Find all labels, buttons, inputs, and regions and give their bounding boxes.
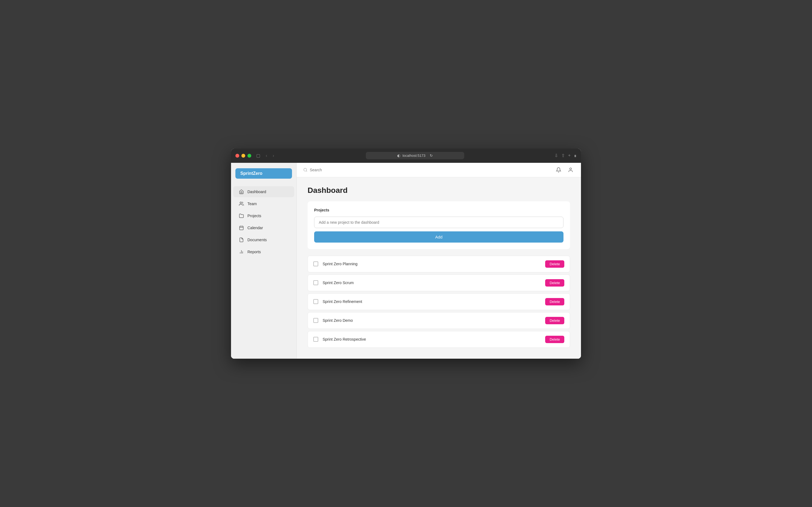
browser-nav-controls: ▢ ‹ › (255, 153, 276, 159)
page-title: Dashboard (308, 186, 570, 195)
address-bar-wrapper: ◐ localhost:5173 ↻ (279, 152, 551, 159)
sidebar-item-label: Calendar (247, 226, 263, 230)
delete-project-button-1[interactable]: Delete (545, 260, 564, 268)
delete-project-button-5[interactable]: Delete (545, 336, 564, 343)
browser-chrome: ▢ ‹ › ◐ localhost:5173 ↻ ⇩ ⇧ + ∎ (231, 149, 581, 163)
project-checkbox-1[interactable] (313, 262, 318, 266)
traffic-lights (236, 154, 251, 158)
folder-icon (239, 213, 244, 219)
sidebar-item-label: Team (247, 202, 257, 206)
sidebar-item-label: Reports (247, 250, 261, 254)
sidebar-item-dashboard[interactable]: Dashboard (233, 186, 294, 197)
nav-forward-icon[interactable]: › (271, 153, 275, 159)
table-row: Sprint Zero Planning Delete (308, 256, 570, 272)
notification-bell-icon[interactable] (555, 166, 562, 174)
browser-window: ▢ ‹ › ◐ localhost:5173 ↻ ⇩ ⇧ + ∎ SprintZ… (231, 149, 581, 359)
delete-project-button-3[interactable]: Delete (545, 298, 564, 305)
project-checkbox-4[interactable] (313, 318, 318, 323)
url-text: localhost:5173 (402, 154, 425, 158)
sidebar-item-label: Documents (247, 238, 267, 242)
search-icon (303, 168, 308, 172)
sidebar-item-reports[interactable]: Reports (233, 246, 294, 257)
table-row: Sprint Zero Retrospective Delete (308, 331, 570, 348)
project-list: Sprint Zero Planning Delete Sprint Zero … (308, 256, 570, 350)
reload-icon[interactable]: ↻ (430, 154, 433, 158)
project-name: Sprint Zero Planning (322, 262, 545, 266)
sidebar-item-team[interactable]: Team (233, 198, 294, 209)
sidebar-toggle-icon[interactable]: ▢ (255, 153, 262, 159)
home-icon (239, 189, 244, 194)
table-row: Sprint Zero Refinement Delete (308, 293, 570, 310)
minimize-button[interactable] (241, 154, 245, 158)
search-input[interactable] (310, 168, 551, 172)
share-icon[interactable]: ⇧ (561, 153, 565, 158)
new-tab-icon[interactable]: + (568, 153, 571, 158)
calendar-icon (239, 225, 244, 231)
table-row: Sprint Zero Scrum Delete (308, 275, 570, 291)
projects-add-section: Projects Add (308, 201, 570, 249)
browser-actions: ⇩ ⇧ + ∎ (554, 153, 576, 158)
sidebar-item-projects[interactable]: Projects (233, 210, 294, 221)
delete-project-button-2[interactable]: Delete (545, 279, 564, 287)
svg-point-10 (570, 168, 572, 170)
maximize-button[interactable] (247, 154, 251, 158)
sidebar-item-label: Dashboard (247, 189, 266, 194)
project-checkbox-5[interactable] (313, 337, 318, 342)
project-name: Sprint Zero Demo (322, 318, 545, 323)
project-checkbox-2[interactable] (313, 280, 318, 285)
sidebar-item-calendar[interactable]: Calendar (233, 222, 294, 233)
svg-rect-1 (240, 226, 243, 230)
logo-button[interactable]: SprintZero (236, 168, 292, 179)
sidebar: SprintZero Dashboard (231, 163, 297, 359)
project-name: Sprint Zero Refinement (322, 299, 545, 304)
header-actions (555, 166, 574, 174)
search-wrapper (303, 168, 551, 172)
team-icon (239, 201, 244, 207)
user-profile-icon[interactable] (567, 166, 574, 174)
document-icon (239, 237, 244, 242)
svg-line-9 (306, 171, 307, 172)
table-row: Sprint Zero Demo Delete (308, 312, 570, 329)
grid-icon[interactable]: ∎ (574, 153, 576, 158)
sidebar-item-documents[interactable]: Documents (233, 234, 294, 245)
sidebar-logo: SprintZero (236, 168, 292, 179)
page-content: Dashboard Projects Add Sprint Zero Plann… (297, 177, 581, 359)
delete-project-button-4[interactable]: Delete (545, 317, 564, 324)
add-project-button[interactable]: Add (314, 231, 563, 242)
projects-section-label: Projects (314, 208, 563, 212)
svg-point-8 (304, 168, 307, 171)
shield-icon: ◐ (397, 154, 400, 158)
svg-point-0 (240, 202, 242, 204)
app-layout: SprintZero Dashboard (231, 163, 581, 359)
project-checkbox-3[interactable] (313, 299, 318, 304)
reports-icon (239, 249, 244, 255)
sidebar-item-label: Projects (247, 214, 261, 218)
main-header (297, 163, 581, 177)
project-name: Sprint Zero Retrospective (322, 337, 545, 341)
project-name: Sprint Zero Scrum (322, 281, 545, 285)
close-button[interactable] (236, 154, 239, 158)
main-content: Dashboard Projects Add Sprint Zero Plann… (297, 163, 581, 359)
project-name-input[interactable] (314, 217, 563, 228)
download-icon[interactable]: ⇩ (554, 153, 558, 158)
nav-back-icon[interactable]: ‹ (264, 153, 269, 159)
address-bar[interactable]: ◐ localhost:5173 ↻ (366, 152, 464, 159)
